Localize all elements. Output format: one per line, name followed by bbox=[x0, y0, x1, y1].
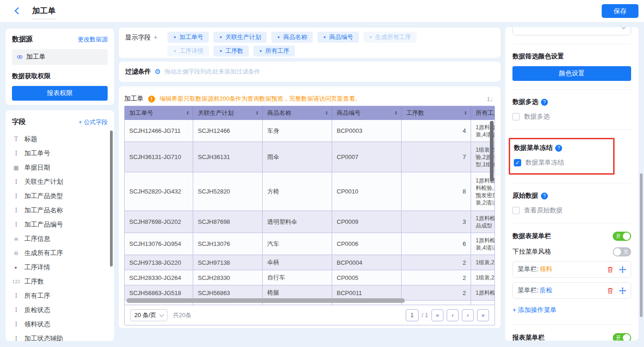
chip-linked-plan[interactable]: ▼关联生产计划 bbox=[213, 32, 267, 43]
field-item-order-no[interactable]: I加工单号 bbox=[12, 146, 108, 160]
preview-table: 加工单号▲▼ 关联生产计划▲▼ 商品名称▲▼ 商品编号▲▼ 工序数▲▼ 所有工序… bbox=[124, 106, 495, 325]
datasource-item[interactable]: 加工单 bbox=[12, 49, 108, 65]
cell: SCJH52820-JG432 bbox=[125, 172, 193, 211]
table-horizontal-scrollbar[interactable] bbox=[126, 298, 405, 303]
add-action-menu-link[interactable]: + 添加操作菜单 bbox=[512, 306, 631, 314]
fields-scrollbar[interactable] bbox=[110, 131, 113, 267]
help-icon[interactable]: ? bbox=[541, 99, 548, 106]
cell: SCJH12466 bbox=[193, 120, 263, 142]
page-number-input[interactable] bbox=[406, 309, 419, 321]
column-header-product-code[interactable]: 商品编号▲▼ bbox=[332, 106, 402, 120]
column-header-all-procedures[interactable]: 所有工序 bbox=[471, 106, 494, 120]
table-row[interactable]: SCJH12466-JG711SCJH12466车身BCP000341原料检 装… bbox=[125, 120, 494, 142]
back-icon[interactable] bbox=[13, 6, 22, 16]
chip-procedure-count[interactable]: ▼工序数 bbox=[213, 46, 249, 57]
cell: SCJH28330 bbox=[193, 270, 263, 285]
datasource-item-label: 加工单 bbox=[26, 53, 46, 61]
report-menubar-toggle[interactable]: 开 bbox=[613, 333, 631, 341]
cell: 1组装,2 bbox=[471, 270, 494, 285]
cell: CP0007 bbox=[332, 142, 402, 172]
filter-dropzone[interactable]: 拖动左侧字段到此处来添加过滤条件 bbox=[164, 68, 260, 76]
cell: 3 bbox=[402, 211, 471, 233]
cell: CP0010 bbox=[332, 172, 402, 211]
multi-select-checkbox-row[interactable]: 数据多选 bbox=[512, 113, 631, 121]
cell: 1组装,2 bbox=[471, 255, 494, 270]
chip-procedure-detail[interactable]: ▼工序详情 bbox=[167, 46, 209, 57]
field-item-title[interactable]: T标题 bbox=[12, 132, 108, 146]
field-item-all-procedures[interactable]: I所有工序 bbox=[12, 289, 108, 303]
column-header-order-no[interactable]: 加工单号▲▼ bbox=[125, 106, 193, 120]
report-permission-button[interactable]: 报表权限 bbox=[12, 86, 108, 101]
add-display-field-button[interactable]: + bbox=[154, 34, 157, 41]
raw-data-checkbox[interactable] bbox=[512, 207, 520, 214]
page-scrollbar[interactable] bbox=[640, 173, 643, 317]
save-button[interactable]: 保存 bbox=[602, 4, 638, 18]
field-item-qc-status[interactable]: I质检状态 bbox=[12, 303, 108, 317]
dropdown-style-toggle[interactable]: 关 bbox=[613, 247, 631, 256]
field-item-gen-all-procedures[interactable]: ⊖生成所有工序 bbox=[12, 246, 108, 260]
field-item-doc-date[interactable]: ▦单据日期 bbox=[12, 160, 108, 175]
text-icon: I bbox=[12, 321, 20, 328]
datasource-panel: 数据源 更改数据源 加工单 数据获取权限 报表权限 bbox=[6, 28, 114, 105]
sort-icon: ▲▼ bbox=[464, 111, 467, 115]
chevron-down-icon: ▼ bbox=[369, 35, 373, 40]
move-icon[interactable] bbox=[619, 287, 626, 294]
truncated-select[interactable] bbox=[512, 27, 631, 35]
table-row[interactable]: SCJH87698-JG202SCJH87698透明塑料伞CP000931原料检… bbox=[125, 211, 494, 233]
help-icon[interactable]: ? bbox=[555, 145, 562, 152]
table-row[interactable]: SCJH28330-JG264SCJH28330自行车CP000521组装,2 bbox=[125, 270, 494, 285]
field-item-procedure-count[interactable]: 123工序数 bbox=[12, 274, 108, 289]
add-formula-field-link[interactable]: + 公式字段 bbox=[79, 118, 108, 126]
menubar-item-label: 菜单栏: bbox=[518, 286, 539, 295]
field-label: 工序信息 bbox=[24, 235, 50, 243]
field-item-product-type[interactable]: I加工产品类型 bbox=[12, 189, 108, 203]
field-item-product-name[interactable]: I加工产品名称 bbox=[12, 203, 108, 217]
field-item-procedure-info[interactable]: ≡工序信息 bbox=[12, 232, 108, 246]
page-size-select[interactable]: 20 条/页 bbox=[130, 309, 167, 321]
text-icon: I bbox=[12, 293, 20, 299]
delete-icon[interactable] bbox=[607, 287, 614, 294]
last-page-button[interactable]: » bbox=[477, 309, 489, 321]
move-icon[interactable] bbox=[619, 266, 626, 273]
cell: 2 bbox=[402, 285, 471, 301]
chip-all-procedures[interactable]: ▼所有工序 bbox=[253, 46, 295, 57]
cell: 车身 bbox=[263, 120, 332, 142]
column-header-product-name[interactable]: 商品名称▲▼ bbox=[263, 106, 332, 120]
field-item-procedure-detail[interactable]: ▸工序详情 bbox=[12, 260, 108, 274]
freeze-checkbox[interactable]: ✓ bbox=[514, 159, 521, 166]
first-page-button[interactable]: « bbox=[431, 309, 443, 321]
sort-order-icon[interactable]: 1↓ bbox=[487, 96, 495, 102]
table-row[interactable]: SCJH52820-JG432SCJH52820方椅CP001081原料进 料检… bbox=[125, 172, 494, 211]
multi-select-checkbox[interactable] bbox=[512, 113, 520, 120]
chip-gen-all-procedures[interactable]: ▼生成所有工序 bbox=[363, 32, 417, 43]
field-item-linked-plan[interactable]: I关联生产计划 bbox=[12, 175, 108, 189]
gear-icon[interactable]: ⚙ bbox=[155, 68, 161, 76]
column-header-linked-plan[interactable]: 关联生产计划▲▼ bbox=[193, 106, 263, 120]
table-menubar-toggle[interactable]: 开 bbox=[613, 232, 631, 241]
field-item-material-status[interactable]: I领料状态 bbox=[12, 317, 108, 331]
color-setting-heading: 数据筛选颜色设置 bbox=[512, 52, 631, 61]
chip-product-name[interactable]: ▼商品名称 bbox=[271, 32, 313, 43]
prev-page-button[interactable]: ‹ bbox=[447, 309, 459, 321]
multi-select-label: 数据多选 bbox=[524, 113, 550, 121]
table-header-row: 加工单号▲▼ 关联生产计划▲▼ 商品名称▲▼ 商品编号▲▼ 工序数▲▼ 所有工序 bbox=[125, 106, 494, 120]
field-item-process-status-aux[interactable]: I加工状态辅助 bbox=[12, 331, 108, 341]
table-row[interactable]: SCJH36131-JG710SCJH36131雨伞CP000771组装,2 验… bbox=[125, 142, 494, 172]
delete-icon[interactable] bbox=[607, 266, 614, 273]
settings-panel: 数据筛选颜色设置 颜色设置 数据多选? 数据多选 数据菜单冻结? ✓ 数据菜单冻… bbox=[505, 27, 638, 341]
chip-product-code[interactable]: ▼商品编号 bbox=[317, 32, 359, 43]
table-row[interactable]: SCJH97138-JG220SCJH97138伞柄BCP000421组装,2 bbox=[125, 255, 494, 270]
menubar-item-label: 菜单栏: bbox=[518, 265, 539, 273]
next-page-button[interactable]: › bbox=[462, 309, 474, 321]
help-icon[interactable]: ? bbox=[541, 193, 548, 199]
table-vertical-scrollbar[interactable] bbox=[490, 121, 494, 182]
field-item-product-code[interactable]: I加工产品编号 bbox=[12, 217, 108, 232]
chip-order-no[interactable]: ▼加工单号 bbox=[167, 32, 209, 43]
color-setting-button[interactable]: 颜色设置 bbox=[512, 66, 631, 81]
raw-data-checkbox-row[interactable]: 查看原始数据 bbox=[512, 206, 631, 215]
column-header-procedure-count[interactable]: 工序数▲▼ bbox=[402, 106, 471, 120]
field-label: 加工产品名称 bbox=[24, 206, 63, 215]
change-datasource-link[interactable]: 更改数据源 bbox=[78, 35, 108, 44]
table-row[interactable]: SCJH13076-JG954SCJH13076汽车CP000661原料检 装,… bbox=[125, 233, 494, 255]
freeze-checkbox-row[interactable]: ✓ 数据菜单冻结 bbox=[514, 159, 609, 167]
